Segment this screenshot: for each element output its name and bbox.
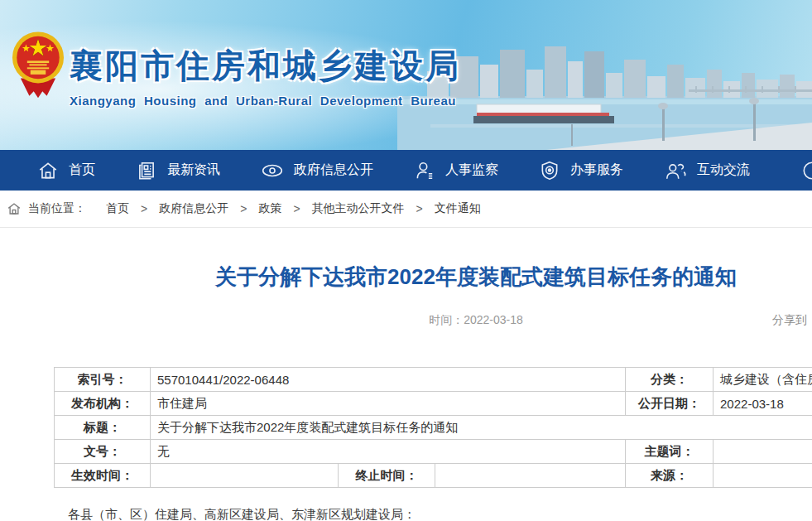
table-row: 索引号： 557010441/2022-06448 分类： 城乡建设（含住房） [55, 368, 812, 392]
nav-item-label: 首页 [69, 162, 95, 179]
effective-value [151, 464, 339, 488]
people-chat-icon [664, 160, 687, 181]
expiry-label: 终止时间： [339, 464, 435, 488]
index-value: 557010441/2022-06448 [151, 368, 626, 392]
effective-label: 生效时间： [55, 464, 151, 488]
breadcrumb-item-home[interactable]: 首页 [106, 201, 129, 216]
header-banner: 襄阳市住房和城乡建设局 Xiangyang Housing and Urban-… [0, 0, 812, 150]
nav-item-label: 最新资讯 [167, 162, 220, 179]
nav-item-interaction[interactable]: 互动交流 [664, 160, 750, 181]
breadcrumb-prefix: 当前位置： [28, 201, 86, 216]
breadcrumb-item-other-public-docs[interactable]: 其他主动公开文件 [312, 201, 405, 216]
breadcrumb-item-policy[interactable]: 政策 [258, 201, 281, 216]
category-label: 分类： [626, 368, 714, 392]
person-icon [414, 160, 435, 181]
source-value [714, 464, 812, 488]
article-content: 关于分解下达我市2022年度装配式建筑目标任务的通知 时间：2022-03-18… [54, 263, 812, 521]
title-value: 关于分解下达我市2022年度装配式建筑目标任务的通知 [151, 416, 812, 440]
expiry-value [435, 464, 626, 488]
table-row: 生效时间： 终止时间： 来源： [55, 464, 812, 488]
site-subtitle-english: Xiangyang Housing and Urban-Rural Develo… [70, 94, 461, 108]
breadcrumb-separator: > [240, 202, 247, 215]
news-icon [136, 160, 157, 181]
share-button[interactable]: 分享到 [772, 313, 807, 328]
breadcrumb: 当前位置： 首页 > 政府信息公开 > 政策 > 其他主动公开文件 > 文件通知 [0, 191, 812, 228]
breadcrumb-item-doc-notice[interactable]: 文件通知 [435, 201, 481, 216]
category-value: 城乡建设（含住房） [714, 368, 812, 392]
article-date: 时间：2022-03-18 [429, 313, 523, 326]
shield-icon [539, 160, 560, 181]
table-row: 标题： 关于分解下达我市2022年度装配式建筑目标任务的通知 [55, 416, 812, 440]
nav-item-gov-info[interactable]: 政府信息公开 [261, 160, 373, 181]
site-title: 襄阳市住房和城乡建设局 [70, 43, 461, 89]
main-nav: 首页 最新资讯 政府信息公开 人事监察 办事服务 互动交流 [0, 150, 812, 191]
partial-circle-icon [800, 160, 812, 181]
home-icon [37, 160, 59, 181]
eye-icon [261, 160, 284, 181]
breadcrumb-separator: > [293, 202, 300, 215]
publisher-value: 市住建局 [151, 392, 626, 416]
article-title: 关于分解下达我市2022年度装配式建筑目标任务的通知 [54, 263, 812, 292]
publisher-label: 发布机构： [55, 392, 151, 416]
docno-label: 文号： [55, 440, 151, 464]
nav-item-personnel[interactable]: 人事监察 [414, 160, 498, 181]
table-row: 文号： 无 主题词： [55, 440, 812, 464]
title-label: 标题： [55, 416, 151, 440]
article-meta-line: 时间：2022-03-18 分享到 [54, 313, 812, 328]
breadcrumb-item-gov-info[interactable]: 政府信息公开 [159, 201, 228, 216]
docno-value: 无 [151, 440, 626, 464]
table-row: 发布机构： 市住建局 公开日期： 2022-03-18 [55, 392, 812, 416]
index-label: 索引号： [55, 368, 151, 392]
breadcrumb-separator: > [141, 202, 147, 215]
keywords-value [714, 440, 812, 464]
nav-item-label: 人事监察 [445, 162, 498, 179]
nav-item-label: 政府信息公开 [294, 162, 373, 179]
nav-item-home[interactable]: 首页 [37, 160, 95, 181]
national-emblem-icon [11, 30, 65, 103]
nav-item-services[interactable]: 办事服务 [539, 160, 623, 181]
source-label: 来源： [626, 464, 714, 488]
pubdate-label: 公开日期： [626, 392, 714, 416]
keywords-label: 主题词： [626, 440, 714, 464]
pubdate-value: 2022-03-18 [714, 392, 812, 416]
nav-item-label: 办事服务 [570, 162, 623, 179]
article-body-first-line: 各县（市、区）住建局、高新区建设局、东津新区规划建设局： [54, 507, 812, 521]
home-icon [7, 201, 22, 216]
nav-item-label: 互动交流 [697, 162, 750, 179]
breadcrumb-separator: > [416, 202, 423, 215]
nav-item-news[interactable]: 最新资讯 [136, 160, 220, 181]
document-meta-table: 索引号： 557010441/2022-06448 分类： 城乡建设（含住房） … [54, 367, 812, 488]
